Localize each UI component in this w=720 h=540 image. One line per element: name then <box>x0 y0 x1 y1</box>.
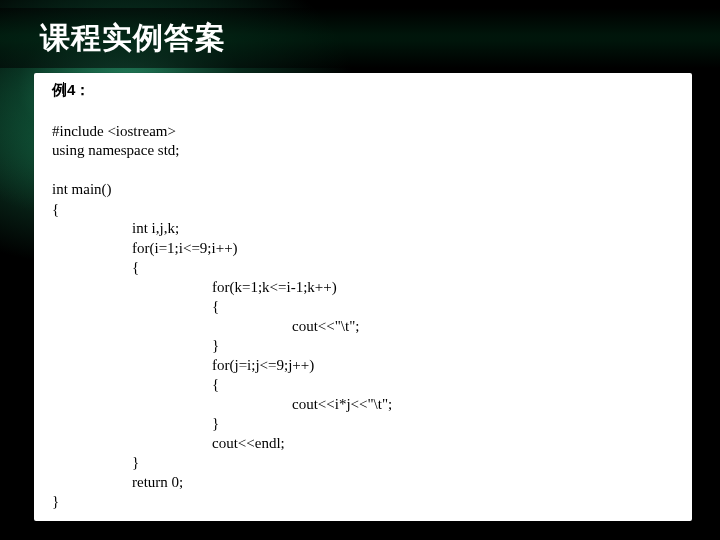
text-cursor-icon <box>63 82 64 97</box>
code-line: #include <iostream> <box>52 123 176 139</box>
code-line: } <box>52 493 59 509</box>
code-line: using namespace std; <box>52 142 179 158</box>
content-panel: 例4： #include <iostream> using namespace … <box>34 73 692 521</box>
code-line: for(j=i;j<=9;j++) <box>52 356 674 376</box>
code-line: cout<<i*j<<"\t"; <box>52 395 674 415</box>
example-label: 例4： <box>52 81 674 100</box>
code-line: { <box>52 297 674 317</box>
code-line: } <box>52 414 674 434</box>
code-line: { <box>52 375 674 395</box>
code-line: return 0; <box>52 473 674 493</box>
title-bar: 课程实例答案 <box>0 8 720 68</box>
example-label-text: 例4： <box>52 81 90 98</box>
code-line: for(k=1;k<=i-1;k++) <box>52 278 674 298</box>
slide-title: 课程实例答案 <box>40 18 226 59</box>
code-line: cout<<endl; <box>52 434 674 454</box>
code-line: int i,j,k; <box>52 219 674 239</box>
code-line: { <box>52 258 674 278</box>
code-line: } <box>52 336 674 356</box>
code-block: #include <iostream> using namespace std;… <box>52 102 674 512</box>
code-line: { <box>52 201 59 217</box>
code-line: } <box>52 453 674 473</box>
code-line: cout<<"\t"; <box>52 317 674 337</box>
code-line: int main() <box>52 181 112 197</box>
code-line: for(i=1;i<=9;i++) <box>52 239 674 259</box>
slide: 课程实例答案 例4： #include <iostream> using nam… <box>0 0 720 540</box>
